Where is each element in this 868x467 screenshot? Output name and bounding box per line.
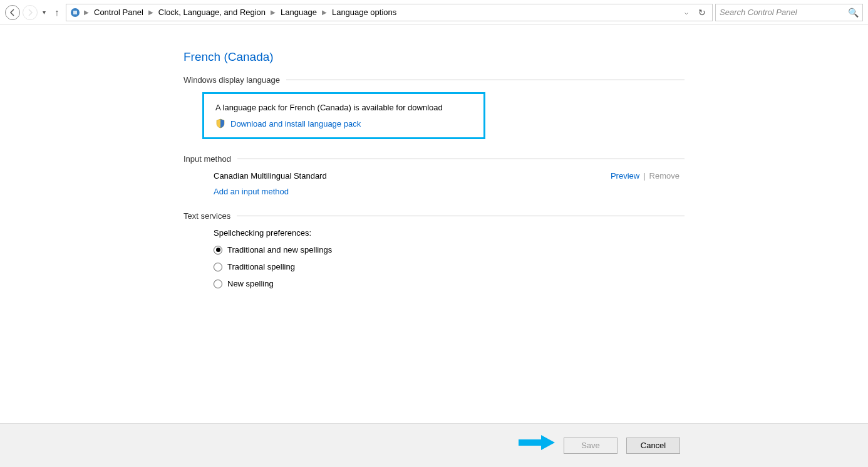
radio-label: Traditional and new spellings — [227, 245, 332, 254]
separator: | — [643, 171, 645, 181]
section-label-text-services: Text services — [183, 211, 230, 221]
chevron-right-icon: ▶ — [147, 9, 155, 16]
address-bar[interactable]: ▶ Control Panel ▶ Clock, Language, and R… — [66, 4, 713, 21]
section-divider — [237, 159, 685, 159]
back-button[interactable] — [5, 5, 20, 20]
svg-rect-1 — [73, 11, 77, 14]
chevron-right-icon: ▶ — [269, 9, 277, 16]
search-icon: 🔍 — [848, 8, 859, 18]
search-box[interactable]: 🔍 — [715, 4, 863, 21]
radio-traditional-and-new[interactable]: Traditional and new spellings — [183, 245, 685, 254]
control-panel-icon — [69, 6, 81, 19]
page-title: French (Canada) — [183, 50, 685, 64]
section-label-display-language: Windows display language — [183, 75, 280, 85]
language-pack-highlight: A language pack for French (Canada) is a… — [202, 92, 485, 139]
radio-icon — [214, 263, 222, 271]
chevron-right-icon: ▶ — [83, 9, 90, 16]
download-language-pack-link[interactable]: Download and install language pack — [230, 119, 361, 129]
up-button[interactable]: ↑ — [51, 7, 63, 18]
spellchecking-label: Spellchecking preferences: — [183, 228, 685, 238]
shield-icon — [215, 118, 225, 129]
breadcrumb-clock-language-region[interactable]: Clock, Language, and Region — [156, 4, 268, 21]
toolbar: ▾ ↑ ▶ Control Panel ▶ Clock, Language, a… — [0, 0, 868, 25]
preview-link[interactable]: Preview — [611, 171, 639, 181]
radio-label: New spelling — [227, 279, 274, 288]
recent-locations-dropdown[interactable]: ▾ — [40, 9, 48, 16]
section-text-services: Text services Spellchecking preferences:… — [183, 211, 685, 288]
section-input-method: Input method Canadian Multilingual Stand… — [183, 154, 685, 196]
section-divider — [286, 80, 685, 80]
panel: French (Canada) Windows display language… — [183, 50, 685, 303]
language-pack-message: A language pack for French (Canada) is a… — [215, 103, 472, 112]
section-divider — [237, 216, 685, 216]
address-dropdown[interactable]: ⌵ — [682, 9, 691, 16]
remove-link: Remove — [649, 171, 679, 181]
refresh-button[interactable]: ↻ — [695, 8, 710, 18]
svg-marker-2 — [519, 435, 555, 450]
chevron-right-icon: ▶ — [321, 9, 328, 16]
section-label-input-method: Input method — [183, 154, 231, 164]
radio-icon — [214, 280, 222, 288]
breadcrumb-language[interactable]: Language — [278, 4, 319, 21]
content: French (Canada) Windows display language… — [0, 25, 868, 303]
breadcrumb-control-panel[interactable]: Control Panel — [91, 4, 146, 21]
radio-new[interactable]: New spelling — [183, 279, 685, 288]
arrow-callout-icon — [519, 434, 555, 453]
radio-traditional[interactable]: Traditional spelling — [183, 262, 685, 271]
radio-label: Traditional spelling — [227, 262, 295, 271]
save-button[interactable]: Save — [564, 438, 617, 454]
radio-icon — [214, 246, 222, 254]
input-method-name: Canadian Multilingual Standard — [214, 171, 611, 181]
section-display-language: Windows display language A language pack… — [183, 75, 685, 139]
footer-bar: Save Cancel — [0, 423, 868, 467]
breadcrumb-language-options[interactable]: Language options — [329, 4, 399, 21]
forward-button[interactable] — [23, 5, 38, 20]
search-input[interactable] — [720, 8, 848, 17]
cancel-button[interactable]: Cancel — [626, 438, 680, 454]
add-input-method-link[interactable]: Add an input method — [214, 187, 289, 196]
